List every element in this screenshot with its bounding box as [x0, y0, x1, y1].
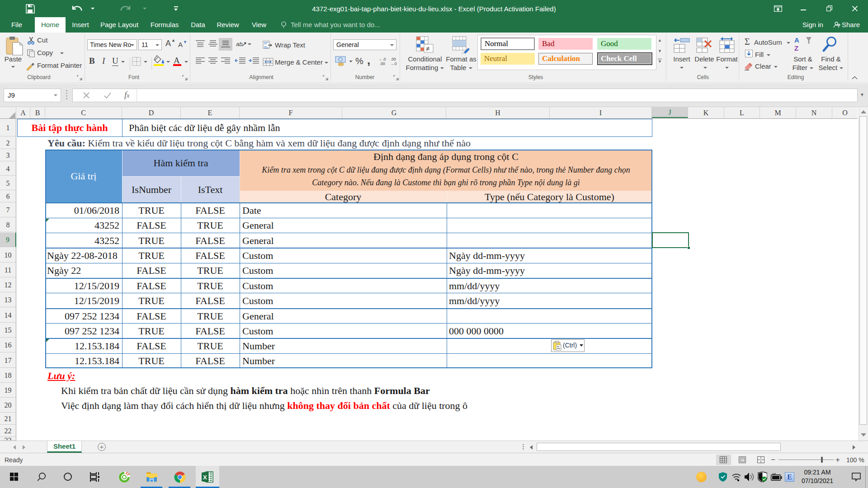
- svg-text:Z: Z: [794, 44, 798, 52]
- svg-text:X: X: [203, 474, 207, 481]
- svg-text:≠: ≠: [426, 45, 429, 52]
- svg-text:→.0: →.0: [390, 61, 397, 66]
- svg-text:.00: .00: [380, 61, 385, 66]
- svg-text:.00: .00: [391, 57, 396, 61]
- svg-text:←.0: ←.0: [379, 57, 386, 61]
- svg-text:A: A: [794, 36, 799, 44]
- svg-text:ab: ab: [236, 41, 242, 47]
